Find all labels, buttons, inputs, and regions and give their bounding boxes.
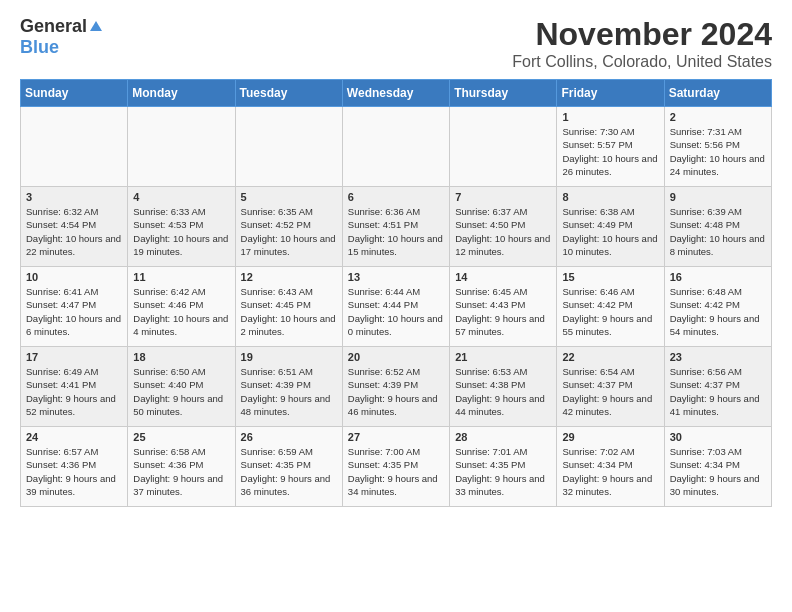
calendar-cell: 23Sunrise: 6:56 AM Sunset: 4:37 PM Dayli… [664,347,771,427]
day-number: 4 [133,191,229,203]
day-number: 8 [562,191,658,203]
day-number: 2 [670,111,766,123]
day-info: Sunrise: 6:43 AM Sunset: 4:45 PM Dayligh… [241,285,337,338]
calendar-cell: 8Sunrise: 6:38 AM Sunset: 4:49 PM Daylig… [557,187,664,267]
day-info: Sunrise: 6:58 AM Sunset: 4:36 PM Dayligh… [133,445,229,498]
title-area: November 2024 Fort Collins, Colorado, Un… [512,16,772,71]
day-info: Sunrise: 6:50 AM Sunset: 4:40 PM Dayligh… [133,365,229,418]
svg-marker-0 [90,21,102,31]
calendar-cell [21,107,128,187]
calendar-header-row: SundayMondayTuesdayWednesdayThursdayFrid… [21,80,772,107]
col-header-saturday: Saturday [664,80,771,107]
day-number: 1 [562,111,658,123]
calendar-cell: 26Sunrise: 6:59 AM Sunset: 4:35 PM Dayli… [235,427,342,507]
calendar-cell: 7Sunrise: 6:37 AM Sunset: 4:50 PM Daylig… [450,187,557,267]
calendar-week-row: 3Sunrise: 6:32 AM Sunset: 4:54 PM Daylig… [21,187,772,267]
calendar-week-row: 17Sunrise: 6:49 AM Sunset: 4:41 PM Dayli… [21,347,772,427]
calendar-cell: 4Sunrise: 6:33 AM Sunset: 4:53 PM Daylig… [128,187,235,267]
logo-blue-text: Blue [20,37,59,58]
day-number: 7 [455,191,551,203]
day-info: Sunrise: 6:41 AM Sunset: 4:47 PM Dayligh… [26,285,122,338]
day-info: Sunrise: 7:03 AM Sunset: 4:34 PM Dayligh… [670,445,766,498]
calendar-cell: 11Sunrise: 6:42 AM Sunset: 4:46 PM Dayli… [128,267,235,347]
day-number: 16 [670,271,766,283]
col-header-thursday: Thursday [450,80,557,107]
day-number: 15 [562,271,658,283]
col-header-monday: Monday [128,80,235,107]
day-number: 19 [241,351,337,363]
calendar-week-row: 10Sunrise: 6:41 AM Sunset: 4:47 PM Dayli… [21,267,772,347]
day-info: Sunrise: 6:32 AM Sunset: 4:54 PM Dayligh… [26,205,122,258]
day-info: Sunrise: 6:44 AM Sunset: 4:44 PM Dayligh… [348,285,444,338]
location-subtitle: Fort Collins, Colorado, United States [512,53,772,71]
day-number: 10 [26,271,122,283]
calendar-cell: 5Sunrise: 6:35 AM Sunset: 4:52 PM Daylig… [235,187,342,267]
calendar-cell: 2Sunrise: 7:31 AM Sunset: 5:56 PM Daylig… [664,107,771,187]
calendar-cell: 10Sunrise: 6:41 AM Sunset: 4:47 PM Dayli… [21,267,128,347]
calendar-cell: 28Sunrise: 7:01 AM Sunset: 4:35 PM Dayli… [450,427,557,507]
calendar-cell: 21Sunrise: 6:53 AM Sunset: 4:38 PM Dayli… [450,347,557,427]
logo: General Blue [20,16,105,58]
day-number: 11 [133,271,229,283]
day-info: Sunrise: 7:31 AM Sunset: 5:56 PM Dayligh… [670,125,766,178]
day-info: Sunrise: 6:54 AM Sunset: 4:37 PM Dayligh… [562,365,658,418]
day-info: Sunrise: 6:38 AM Sunset: 4:49 PM Dayligh… [562,205,658,258]
day-info: Sunrise: 6:52 AM Sunset: 4:39 PM Dayligh… [348,365,444,418]
calendar-cell: 12Sunrise: 6:43 AM Sunset: 4:45 PM Dayli… [235,267,342,347]
calendar-week-row: 24Sunrise: 6:57 AM Sunset: 4:36 PM Dayli… [21,427,772,507]
day-number: 29 [562,431,658,443]
calendar-cell: 1Sunrise: 7:30 AM Sunset: 5:57 PM Daylig… [557,107,664,187]
day-info: Sunrise: 7:00 AM Sunset: 4:35 PM Dayligh… [348,445,444,498]
calendar-cell: 29Sunrise: 7:02 AM Sunset: 4:34 PM Dayli… [557,427,664,507]
calendar-cell [450,107,557,187]
calendar-cell [128,107,235,187]
col-header-sunday: Sunday [21,80,128,107]
day-info: Sunrise: 7:02 AM Sunset: 4:34 PM Dayligh… [562,445,658,498]
calendar-cell: 13Sunrise: 6:44 AM Sunset: 4:44 PM Dayli… [342,267,449,347]
day-number: 3 [26,191,122,203]
day-info: Sunrise: 6:39 AM Sunset: 4:48 PM Dayligh… [670,205,766,258]
col-header-tuesday: Tuesday [235,80,342,107]
day-number: 5 [241,191,337,203]
day-info: Sunrise: 6:57 AM Sunset: 4:36 PM Dayligh… [26,445,122,498]
calendar-week-row: 1Sunrise: 7:30 AM Sunset: 5:57 PM Daylig… [21,107,772,187]
calendar-cell: 14Sunrise: 6:45 AM Sunset: 4:43 PM Dayli… [450,267,557,347]
calendar-cell: 9Sunrise: 6:39 AM Sunset: 4:48 PM Daylig… [664,187,771,267]
month-title: November 2024 [512,16,772,53]
calendar-cell: 18Sunrise: 6:50 AM Sunset: 4:40 PM Dayli… [128,347,235,427]
day-info: Sunrise: 6:36 AM Sunset: 4:51 PM Dayligh… [348,205,444,258]
logo-general-text: General [20,16,87,37]
calendar-cell: 17Sunrise: 6:49 AM Sunset: 4:41 PM Dayli… [21,347,128,427]
day-info: Sunrise: 6:35 AM Sunset: 4:52 PM Dayligh… [241,205,337,258]
calendar-cell: 6Sunrise: 6:36 AM Sunset: 4:51 PM Daylig… [342,187,449,267]
day-info: Sunrise: 6:46 AM Sunset: 4:42 PM Dayligh… [562,285,658,338]
day-number: 24 [26,431,122,443]
col-header-friday: Friday [557,80,664,107]
calendar-cell: 25Sunrise: 6:58 AM Sunset: 4:36 PM Dayli… [128,427,235,507]
day-info: Sunrise: 6:49 AM Sunset: 4:41 PM Dayligh… [26,365,122,418]
header: General Blue November 2024 Fort Collins,… [20,16,772,71]
calendar-cell: 30Sunrise: 7:03 AM Sunset: 4:34 PM Dayli… [664,427,771,507]
day-info: Sunrise: 6:56 AM Sunset: 4:37 PM Dayligh… [670,365,766,418]
day-info: Sunrise: 7:30 AM Sunset: 5:57 PM Dayligh… [562,125,658,178]
day-number: 26 [241,431,337,443]
calendar-cell: 27Sunrise: 7:00 AM Sunset: 4:35 PM Dayli… [342,427,449,507]
day-number: 27 [348,431,444,443]
logo-icon [88,19,104,35]
day-info: Sunrise: 6:51 AM Sunset: 4:39 PM Dayligh… [241,365,337,418]
day-number: 30 [670,431,766,443]
day-info: Sunrise: 6:45 AM Sunset: 4:43 PM Dayligh… [455,285,551,338]
day-info: Sunrise: 7:01 AM Sunset: 4:35 PM Dayligh… [455,445,551,498]
day-number: 14 [455,271,551,283]
day-info: Sunrise: 6:53 AM Sunset: 4:38 PM Dayligh… [455,365,551,418]
day-number: 25 [133,431,229,443]
day-number: 17 [26,351,122,363]
calendar-cell: 19Sunrise: 6:51 AM Sunset: 4:39 PM Dayli… [235,347,342,427]
day-info: Sunrise: 6:59 AM Sunset: 4:35 PM Dayligh… [241,445,337,498]
day-number: 12 [241,271,337,283]
calendar-cell: 15Sunrise: 6:46 AM Sunset: 4:42 PM Dayli… [557,267,664,347]
day-number: 9 [670,191,766,203]
day-info: Sunrise: 6:33 AM Sunset: 4:53 PM Dayligh… [133,205,229,258]
day-number: 13 [348,271,444,283]
day-number: 28 [455,431,551,443]
